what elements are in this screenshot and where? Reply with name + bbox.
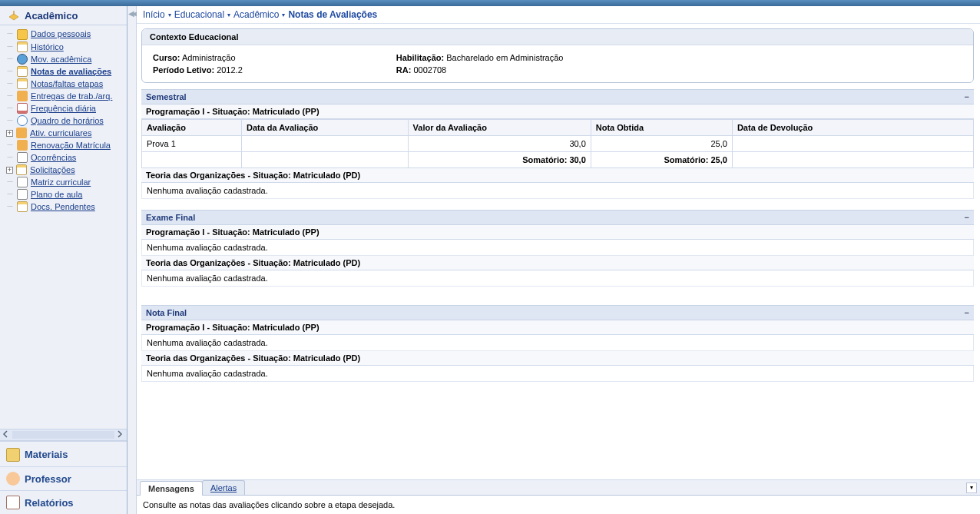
collapse-icon[interactable]: −	[965, 308, 969, 317]
tree-leaf-icon: ⋯	[6, 191, 14, 197]
cell-avaliacao: Prova 1	[142, 136, 242, 152]
sidebar-item-dados-pessoais[interactable]: ⋯Dados pessoais	[0, 27, 127, 41]
sidebar-item-renovacao[interactable]: ⋯Renovação Matrícula	[0, 139, 127, 151]
chevron-down-icon: ▾	[970, 484, 973, 491]
section-title: Semestral	[146, 92, 187, 101]
sidebar-item-ocorrencias[interactable]: ⋯Ocorrências	[0, 151, 127, 164]
sidebar-item-label: Histórico	[31, 42, 64, 51]
section-header-notafinal[interactable]: Nota Final −	[141, 305, 974, 320]
sidebar-item-notas-avaliacoes[interactable]: ⋯Notas de avaliações	[0, 65, 127, 78]
card-icon	[17, 29, 28, 40]
section-title: Nota Final	[146, 308, 187, 317]
cell-valor: 30,0	[408, 136, 591, 152]
col-devolucao: Data de Devolução	[732, 120, 973, 136]
breadcrumb-educacional[interactable]: Educacional▾	[174, 9, 230, 20]
sidebar-item-mov-academica[interactable]: ⋯Mov. acadêmica	[0, 53, 127, 65]
section-exame-final: Exame Final − Programação I - Situação: …	[141, 210, 974, 287]
section-header-examefinal[interactable]: Exame Final −	[141, 210, 974, 225]
people-icon	[16, 128, 27, 138]
person-icon	[6, 472, 20, 486]
tree-leaf-icon: ⋯	[6, 179, 14, 185]
section-semestral: Semestral − Programação I - Situação: Ma…	[141, 89, 974, 199]
sidebar-item-label: Matriz curricular	[31, 177, 91, 187]
clock-icon	[17, 115, 28, 126]
sidebar: Acadêmico ⋯Dados pessoais ⋯Histórico ⋯Mo…	[0, 6, 127, 514]
sidebar-item-label: Notas/faltas etapas	[31, 79, 103, 88]
sidebar-item-frequencia[interactable]: ⋯Frequência diária	[0, 102, 127, 114]
content-area: Contexto Educacional Curso: Administraçã…	[137, 24, 980, 479]
sum-nota: Somatório: 25,0	[591, 152, 732, 168]
tree-leaf-icon: ⋯	[6, 105, 14, 111]
sidebar-item-entregas-trab[interactable]: ⋯Entregas de trab./arq.	[0, 90, 127, 102]
matrix-icon	[17, 177, 28, 187]
sidebar-item-ativ-curriculares[interactable]: +Ativ. curriculares	[0, 127, 127, 139]
tab-alertas[interactable]: Alertas	[202, 480, 245, 495]
tab-overflow-button[interactable]: ▾	[966, 482, 977, 493]
course-header-prog1: Programação I - Situação: Matriculado (P…	[141, 320, 974, 335]
section-nota-final: Nota Final − Programação I - Situação: M…	[141, 305, 974, 382]
sum-valor: Somatório: 30,0	[408, 152, 591, 168]
context-ra: RA: 0002708	[396, 64, 564, 76]
accordion-professor[interactable]: Professor	[0, 466, 127, 490]
accordion-relatorios[interactable]: Relatórios	[0, 490, 127, 514]
tree-leaf-icon: ⋯	[6, 142, 14, 148]
tree-leaf-icon: ⋯	[6, 204, 14, 210]
context-box: Contexto Educacional Curso: Administraçã…	[141, 28, 974, 83]
svg-rect-0	[13, 11, 14, 15]
sidebar-item-plano-aula[interactable]: ⋯Plano de aula	[0, 188, 127, 201]
breadcrumb-inicio[interactable]: Início▾	[143, 9, 171, 20]
folder-icon	[6, 448, 20, 462]
sidebar-item-matriz[interactable]: ⋯Matriz curricular	[0, 176, 127, 188]
chevron-left-icon: ◀◀	[128, 9, 136, 18]
sidebar-hscroll[interactable]	[0, 429, 127, 441]
tab-mensagens[interactable]: Mensagens	[140, 481, 203, 496]
tab-content-mensagens: Consulte as notas das avaliações clicand…	[137, 495, 980, 514]
sidebar-item-label: Solicitações	[30, 165, 75, 174]
tree-expand-icon[interactable]: +	[6, 130, 13, 137]
accordion-materiais[interactable]: Materiais	[0, 441, 127, 466]
sidebar-item-notas-faltas[interactable]: ⋯Notas/faltas etapas	[0, 78, 127, 90]
tree-leaf-icon: ⋯	[6, 44, 14, 50]
sidebar-nav: ⋯Dados pessoais ⋯Histórico ⋯Mov. acadêmi…	[0, 25, 127, 429]
scroll-left-icon[interactable]	[2, 430, 11, 439]
breadcrumb-academico[interactable]: Acadêmico▾	[233, 9, 285, 20]
tree-leaf-icon: ⋯	[6, 56, 14, 62]
scroll-track[interactable]	[12, 431, 114, 439]
tree-leaf-icon: ⋯	[6, 93, 14, 99]
col-data: Data da Avaliação	[241, 120, 408, 136]
calendar-icon	[17, 103, 28, 114]
app-topbar	[0, 0, 980, 6]
empty-message: Nenhuma avaliação cadastrada.	[141, 335, 974, 351]
collapse-icon[interactable]: −	[965, 92, 969, 101]
tree-expand-icon[interactable]: +	[6, 167, 13, 174]
sidebar-item-label: Frequência diária	[31, 104, 96, 113]
scroll-right-icon[interactable]	[116, 430, 125, 439]
collapse-icon[interactable]: −	[965, 213, 969, 222]
accordion-label: Materiais	[25, 449, 68, 460]
tree-leaf-icon: ⋯	[6, 68, 14, 75]
sidebar-item-docs-pendentes[interactable]: ⋯Docs. Pendentes	[0, 201, 127, 213]
course-header-teoria: Teoria das Organizações - Situação: Matr…	[141, 168, 974, 183]
academic-icon	[8, 9, 20, 22]
table-row: Prova 1 30,0 25,0	[142, 136, 974, 152]
context-habilitacao: Habilitação: Bacharelado em Administraçã…	[396, 51, 564, 64]
sidebar-section-academico[interactable]: Acadêmico	[0, 6, 127, 25]
sidebar-item-label: Ocorrências	[31, 153, 76, 162]
note-icon	[17, 152, 28, 163]
context-curso: Curso: Administração	[153, 51, 243, 64]
main-panel: Início▾ Educacional▾ Acadêmico▾ Notas de…	[137, 6, 980, 514]
sidebar-item-quadro-horarios[interactable]: ⋯Quadro de horários	[0, 114, 127, 127]
plan-icon	[17, 189, 28, 200]
section-header-semestral[interactable]: Semestral −	[141, 89, 974, 104]
sidebar-collapse-button[interactable]: ◀◀	[127, 6, 137, 514]
chevron-down-icon: ▾	[227, 12, 230, 18]
accordion-label: Professor	[25, 473, 71, 485]
empty-message: Nenhuma avaliação cadastrada.	[141, 240, 974, 256]
sidebar-item-label: Plano de aula	[31, 190, 82, 199]
sidebar-item-historico[interactable]: ⋯Histórico	[0, 41, 127, 53]
chevron-down-icon: ▾	[282, 12, 285, 18]
sidebar-item-solicitacoes[interactable]: +Solicitações	[0, 164, 127, 176]
course-header-prog1: Programação I - Situação: Matriculado (P…	[141, 104, 974, 119]
upload-icon	[17, 91, 28, 101]
report-icon	[6, 496, 20, 509]
